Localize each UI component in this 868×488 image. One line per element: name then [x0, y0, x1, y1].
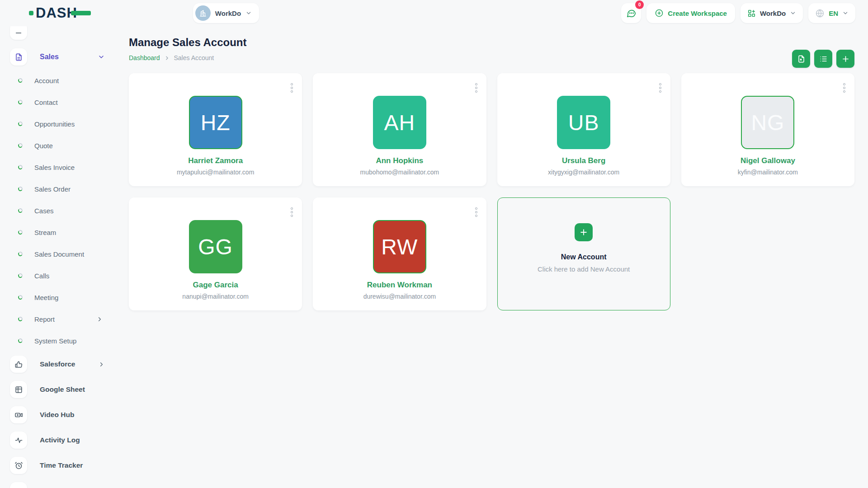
sidebar-item-activity-log[interactable]: Activity Log [10, 427, 118, 453]
bullet-circle-icon [18, 186, 23, 191]
activity-pulse-icon [14, 436, 23, 445]
file-text-icon [14, 53, 23, 61]
sales-icon-box [10, 48, 27, 66]
card-menu-button[interactable] [289, 205, 295, 220]
account-email: durewisu@mailinator.com [363, 293, 436, 300]
chat-icon [626, 8, 637, 19]
sidebar-item-label: Calls [34, 272, 49, 280]
video-camera-icon [14, 411, 23, 419]
salesforce-icon-box [10, 356, 27, 373]
header-actions: 0 Create Workspace WorkDo EN [621, 3, 855, 23]
account-card: RW Reuben Workman durewisu@mailinator.co… [313, 197, 486, 310]
alarm-clock-icon [14, 461, 23, 470]
sidebar-item-account[interactable]: Account [10, 70, 118, 91]
sidebar-item-label: Google Sheet [40, 385, 85, 394]
account-name-link[interactable]: Nigel Galloway [741, 156, 795, 165]
account-name-link[interactable]: Reuben Workman [367, 281, 432, 290]
sidebar-item-label: Sales [40, 53, 59, 61]
time-tracker-icon-box [10, 457, 27, 474]
sidebar-item-meeting[interactable]: Meeting [10, 286, 118, 308]
avatar: RW [373, 220, 426, 273]
grid-plus-icon [747, 9, 756, 18]
sidebar: Sales Account Contact Opportunities Quot… [0, 26, 118, 488]
card-menu-button[interactable] [289, 80, 295, 95]
sidebar-item-report[interactable]: Report [10, 308, 118, 330]
list-icon [819, 55, 828, 63]
google-sheet-icon-box [10, 381, 27, 398]
breadcrumb-current: Sales Account [174, 54, 214, 61]
sidebar-item-sales-document[interactable]: Sales Document [10, 243, 118, 265]
sidebar-item-label: Sales Invoice [34, 164, 75, 171]
chevron-down-icon [790, 10, 796, 16]
account-name-link[interactable]: Ann Hopkins [376, 156, 423, 165]
breadcrumb-dashboard-link[interactable]: Dashboard [129, 54, 160, 61]
thumbs-up-icon [14, 360, 23, 369]
sidebar-item-sales[interactable]: Sales [10, 44, 118, 70]
plus-icon [841, 55, 850, 63]
sidebar-item-label: System Setup [34, 337, 76, 345]
card-menu-button[interactable] [841, 80, 847, 95]
card-menu-button[interactable] [473, 205, 479, 220]
building-icon [199, 9, 207, 17]
messages-button[interactable]: 0 [621, 3, 641, 23]
video-hub-icon-box [10, 406, 27, 423]
globe-icon [815, 9, 825, 18]
bullet-circle-icon [18, 295, 23, 300]
workspace-avatar [195, 5, 211, 21]
new-account-title: New Account [561, 253, 607, 261]
card-menu-button[interactable] [473, 80, 479, 95]
card-menu-button[interactable] [657, 80, 663, 95]
sidebar-item-contact[interactable]: Contact [10, 91, 118, 113]
workspace-selector[interactable]: WorkDo [193, 3, 259, 23]
bullet-circle-icon [18, 99, 23, 104]
account-email: mytapuluci@mailinator.com [177, 169, 254, 176]
account-name-link[interactable]: Gage Garcia [193, 281, 238, 290]
sidebar-item-quote[interactable]: Quote [10, 135, 118, 156]
sidebar-item-cases[interactable]: Cases [10, 200, 118, 221]
new-account-card[interactable]: New Account Click here to add New Accoun… [497, 197, 670, 310]
plus-circle-icon [655, 9, 664, 18]
partial-icon-box [10, 482, 27, 488]
page-title: Manage Sales Account [129, 36, 854, 49]
avatar: NG [741, 96, 794, 149]
avatar: AH [373, 96, 426, 149]
sidebar-item-label: Time Tracker [40, 461, 83, 469]
sidebar-item-google-sheet[interactable]: Google Sheet [10, 377, 118, 402]
account-email: mubohomo@mailinator.com [360, 169, 439, 176]
avatar: HZ [189, 96, 242, 149]
file-export-icon [797, 55, 806, 63]
brand-logo[interactable]: DASH [29, 5, 91, 21]
export-button[interactable] [792, 50, 810, 68]
sidebar-item-label: Report [34, 315, 55, 323]
sidebar-item-sales-invoice[interactable]: Sales Invoice [10, 156, 118, 178]
bullet-circle-icon [18, 273, 23, 278]
account-name-link[interactable]: Harriet Zamora [188, 156, 243, 165]
sidebar-item-stream[interactable]: Stream [10, 221, 118, 243]
activity-log-icon-box [10, 432, 27, 449]
sidebar-item-label: Salesforce [40, 360, 75, 368]
sidebar-item-time-tracker[interactable]: Time Tracker [10, 453, 118, 478]
sidebar-item-label: Sales Document [34, 250, 84, 258]
language-selector[interactable]: EN [808, 3, 855, 23]
sidebar-item-partial[interactable] [10, 478, 118, 488]
add-account-button[interactable] [836, 50, 854, 68]
create-workspace-button[interactable]: Create Workspace [646, 3, 735, 23]
sidebar-item-salesforce[interactable]: Salesforce [10, 352, 118, 377]
account-name-link[interactable]: Ursula Berg [562, 156, 605, 165]
sidebar-item-video-hub[interactable]: Video Hub [10, 402, 118, 427]
bullet-circle-icon [18, 143, 23, 148]
list-view-button[interactable] [814, 50, 832, 68]
account-card: AH Ann Hopkins mubohomo@mailinator.com [313, 73, 486, 186]
sidebar-item-opportunities[interactable]: Opportunities [10, 113, 118, 135]
accounts-grid: HZ Harriet Zamora mytapuluci@mailinator.… [129, 73, 854, 310]
apps-menu-button[interactable]: WorkDo [741, 3, 803, 23]
breadcrumb: Dashboard Sales Account [129, 54, 854, 61]
chevron-down-icon [842, 10, 849, 16]
main-content: Manage Sales Account Dashboard Sales Acc… [129, 26, 854, 310]
logo-dot-accent [29, 11, 33, 15]
sidebar-item-system-setup[interactable]: System Setup [10, 330, 118, 352]
sidebar-item-sales-order[interactable]: Sales Order [10, 178, 118, 200]
bullet-circle-icon [18, 251, 23, 256]
sidebar-item-calls[interactable]: Calls [10, 265, 118, 286]
table-icon [14, 385, 23, 394]
